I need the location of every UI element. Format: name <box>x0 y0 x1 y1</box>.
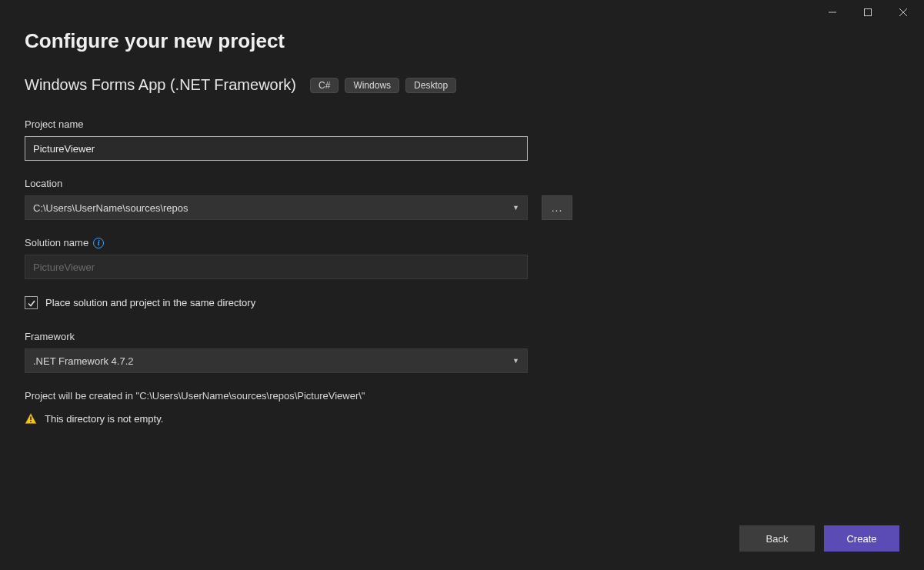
template-row: Windows Forms App (.NET Framework) C# Wi… <box>25 76 899 94</box>
tag-platform: Windows <box>345 78 399 93</box>
solution-name-group: Solution name i <box>25 237 899 279</box>
back-button[interactable]: Back <box>739 525 815 552</box>
location-label: Location <box>25 178 899 189</box>
same-directory-checkbox[interactable] <box>25 296 38 309</box>
location-row: C:\Users\UserName\sources\repos ▼ ... <box>25 195 899 220</box>
framework-group: Framework .NET Framework 4.7.2 ▼ <box>25 331 899 373</box>
tag-language: C# <box>310 78 339 93</box>
minimize-icon <box>829 8 836 16</box>
svg-rect-6 <box>30 421 32 422</box>
warning-icon <box>25 412 37 425</box>
template-name: Windows Forms App (.NET Framework) <box>25 76 296 94</box>
dialog-content: Configure your new project Windows Forms… <box>0 25 924 425</box>
solution-name-label: Solution name i <box>25 237 899 248</box>
create-path-status: Project will be created in "C:\Users\Use… <box>25 390 899 402</box>
template-tags: C# Windows Desktop <box>310 78 456 93</box>
warning-text: This directory is not empty. <box>45 413 163 425</box>
svg-rect-1 <box>865 9 872 16</box>
project-name-label: Project name <box>25 118 899 130</box>
titlebar <box>0 0 924 25</box>
same-directory-row: Place solution and project in the same d… <box>25 296 899 309</box>
tag-projecttype: Desktop <box>405 78 456 93</box>
page-title: Configure your new project <box>25 29 899 53</box>
maximize-icon <box>864 8 872 16</box>
minimize-button[interactable] <box>815 1 850 24</box>
warning-row: This directory is not empty. <box>25 412 899 425</box>
framework-label: Framework <box>25 331 899 342</box>
checkmark-icon <box>27 298 36 308</box>
browse-button[interactable]: ... <box>542 195 572 220</box>
dialog-window: Configure your new project Windows Forms… <box>0 0 924 570</box>
location-value: C:\Users\UserName\sources\repos <box>33 202 188 214</box>
close-button[interactable] <box>886 1 921 24</box>
svg-rect-5 <box>30 417 32 421</box>
location-group: Location C:\Users\UserName\sources\repos… <box>25 178 899 220</box>
project-name-group: Project name <box>25 118 899 161</box>
create-button[interactable]: Create <box>824 525 899 552</box>
location-combobox[interactable]: C:\Users\UserName\sources\repos ▼ <box>25 195 528 220</box>
info-icon[interactable]: i <box>93 238 104 248</box>
framework-combobox[interactable]: .NET Framework 4.7.2 ▼ <box>25 348 528 373</box>
framework-value: .NET Framework 4.7.2 <box>33 355 134 367</box>
solution-name-input[interactable] <box>25 255 528 279</box>
close-icon <box>899 8 907 16</box>
maximize-button[interactable] <box>850 1 886 24</box>
chevron-down-icon: ▼ <box>512 357 519 365</box>
solution-name-label-text: Solution name <box>25 237 88 248</box>
project-name-input[interactable] <box>25 136 528 161</box>
same-directory-label: Place solution and project in the same d… <box>45 297 255 308</box>
dialog-footer: Back Create <box>739 525 899 552</box>
chevron-down-icon: ▼ <box>512 204 519 212</box>
